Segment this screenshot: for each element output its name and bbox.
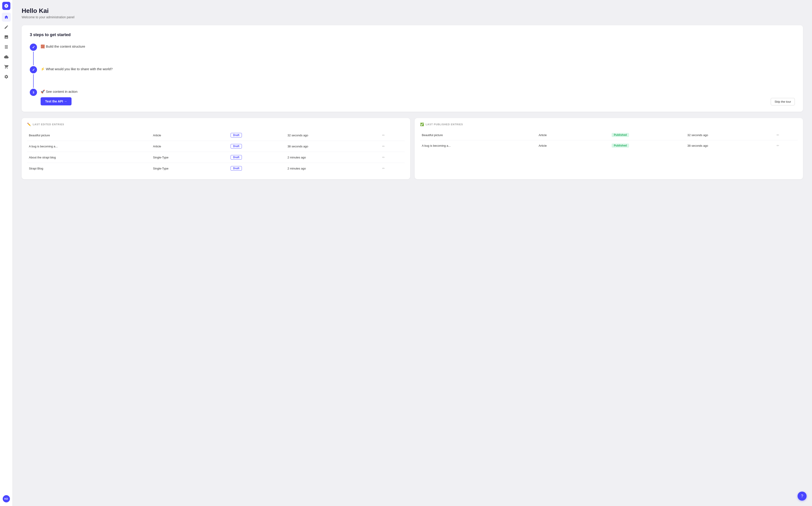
- edit-panel-icon: ✏️: [27, 122, 31, 126]
- step-3-circle: 3: [30, 89, 37, 96]
- table-row: Strapi Blog Single-Type Draft 2 minutes …: [27, 163, 405, 174]
- table-row: Beautiful picture Article Draft 32 secon…: [27, 130, 405, 141]
- step-item-1: ✓ 🧱 Build the content structure: [30, 44, 795, 66]
- step-2-content: ⚡ What would you like to share with the …: [40, 66, 113, 71]
- table-row: About the strapi blog Single-Type Draft …: [27, 152, 405, 163]
- step-item-2: ✓ ⚡ What would you like to share with th…: [30, 66, 795, 89]
- edit-pencil-icon[interactable]: ✏: [777, 144, 779, 147]
- entry-name: About the strapi blog: [27, 152, 151, 163]
- last-published-table: Beautiful picture Article Published 32 s…: [420, 130, 798, 151]
- table-row: Beautiful picture Article Published 32 s…: [420, 130, 798, 140]
- step-1-circle: ✓: [30, 44, 37, 51]
- published-badge: Published: [612, 133, 629, 137]
- entry-time: 2 minutes ago: [286, 152, 380, 163]
- entry-name: Beautiful picture: [27, 130, 151, 141]
- entry-status: Draft: [229, 163, 286, 174]
- entry-edit-action[interactable]: ✏: [380, 130, 404, 141]
- step-2-connector: ✓: [30, 66, 37, 89]
- panels-row: ✏️ LAST EDITED ENTRIES Beautiful picture…: [22, 118, 803, 179]
- entry-time: 32 seconds ago: [286, 130, 380, 141]
- table-row: A bug is becoming a... Article Published…: [420, 140, 798, 151]
- user-avatar-button[interactable]: KD: [3, 495, 10, 502]
- sidebar-item-marketplace[interactable]: [2, 62, 11, 71]
- entry-time: 38 seconds ago: [686, 140, 775, 151]
- sidebar-logo[interactable]: [2, 2, 10, 10]
- published-panel-icon: ✅: [420, 122, 424, 126]
- test-api-button[interactable]: Test the API →: [40, 97, 72, 105]
- sidebar-item-settings[interactable]: [2, 72, 11, 81]
- last-edited-table: Beautiful picture Article Draft 32 secon…: [27, 130, 405, 174]
- entry-type: Article: [537, 140, 610, 151]
- step-2-circle: ✓: [30, 66, 37, 73]
- step-1-check-icon: ✓: [32, 45, 35, 50]
- entry-status: Published: [610, 140, 686, 151]
- draft-badge: Draft: [231, 133, 242, 138]
- last-published-panel: ✅ LAST PUBLISHED ENTRIES Beautiful pictu…: [415, 118, 803, 179]
- entry-type: Single-Type: [151, 152, 229, 163]
- entry-edit-action[interactable]: ✏: [775, 140, 798, 151]
- sidebar: KD: [0, 0, 13, 506]
- step-3-action: Test the API →: [40, 97, 77, 105]
- step-1-content: 🧱 Build the content structure: [40, 44, 85, 49]
- last-edited-header: ✏️ LAST EDITED ENTRIES: [27, 122, 405, 126]
- entry-edit-action[interactable]: ✏: [775, 130, 798, 140]
- entry-edit-action[interactable]: ✏: [380, 163, 404, 174]
- entry-status: Published: [610, 130, 686, 140]
- entry-type: Article: [151, 141, 229, 152]
- entry-time: 2 minutes ago: [286, 163, 380, 174]
- entry-type: Article: [537, 130, 610, 140]
- step-1-label: 🧱 Build the content structure: [40, 45, 85, 48]
- edit-pencil-icon[interactable]: ✏: [777, 133, 779, 137]
- steps-list: ✓ 🧱 Build the content structure ✓ ⚡: [30, 44, 795, 105]
- entry-name: A bug is becoming a...: [27, 141, 151, 152]
- sidebar-item-home[interactable]: [2, 13, 11, 22]
- getting-started-title: 3 steps to get started: [30, 32, 795, 37]
- step-1-connector: ✓: [30, 44, 37, 66]
- last-published-header: ✅ LAST PUBLISHED ENTRIES: [420, 122, 798, 126]
- edit-pencil-icon[interactable]: ✏: [382, 134, 385, 137]
- help-fab-button[interactable]: ?: [798, 492, 807, 501]
- step-2-line: [33, 74, 33, 88]
- entry-status: Draft: [229, 141, 286, 152]
- entry-status: Draft: [229, 152, 286, 163]
- skip-tour-button[interactable]: Skip the tour: [771, 98, 795, 105]
- sidebar-nav: [0, 13, 12, 493]
- sidebar-item-media-library[interactable]: [2, 32, 11, 41]
- entry-name: Strapi Blog: [27, 163, 151, 174]
- step-item-3: 3 🚀 See content in action Test the API →: [30, 89, 795, 105]
- entry-time: 32 seconds ago: [686, 130, 775, 140]
- edit-pencil-icon[interactable]: ✏: [382, 167, 385, 170]
- entry-name: Beautiful picture: [420, 130, 537, 140]
- sidebar-item-content-manager[interactable]: [2, 22, 11, 31]
- step-1-line: [33, 52, 33, 65]
- last-published-title: LAST PUBLISHED ENTRIES: [426, 123, 463, 126]
- entry-edit-action[interactable]: ✏: [380, 152, 404, 163]
- entry-name: A bug is becoming a...: [420, 140, 537, 151]
- sidebar-item-plugins[interactable]: [2, 52, 11, 61]
- entry-type: Single-Type: [151, 163, 229, 174]
- sidebar-bottom: KD: [1, 493, 12, 504]
- getting-started-card: 3 steps to get started ✓ 🧱 Build the con…: [22, 25, 803, 112]
- main-content: Hello Kai Welcome to your administration…: [13, 0, 812, 506]
- entry-type: Article: [151, 130, 229, 141]
- step-2-label: ⚡ What would you like to share with the …: [40, 67, 113, 71]
- step-3-label: 🚀 See content in action: [40, 90, 77, 93]
- step-3-number: 3: [32, 91, 34, 94]
- last-edited-title: LAST EDITED ENTRIES: [33, 123, 64, 126]
- help-icon: ?: [801, 494, 803, 499]
- step-3-connector: 3: [30, 89, 37, 96]
- page-subtitle: Welcome to your administration panel: [22, 15, 803, 19]
- entry-status: Draft: [229, 130, 286, 141]
- last-edited-panel: ✏️ LAST EDITED ENTRIES Beautiful picture…: [22, 118, 410, 179]
- edit-pencil-icon[interactable]: ✏: [382, 156, 385, 159]
- draft-badge: Draft: [231, 155, 242, 160]
- entry-time: 38 seconds ago: [286, 141, 380, 152]
- draft-badge: Draft: [231, 166, 242, 171]
- entry-edit-action[interactable]: ✏: [380, 141, 404, 152]
- step-3-content: 🚀 See content in action Test the API →: [40, 89, 77, 105]
- published-badge: Published: [612, 144, 629, 148]
- draft-badge: Draft: [231, 144, 242, 149]
- sidebar-item-content-type-builder[interactable]: [2, 43, 11, 52]
- page-header: Hello Kai Welcome to your administration…: [22, 7, 803, 19]
- edit-pencil-icon[interactable]: ✏: [382, 145, 385, 148]
